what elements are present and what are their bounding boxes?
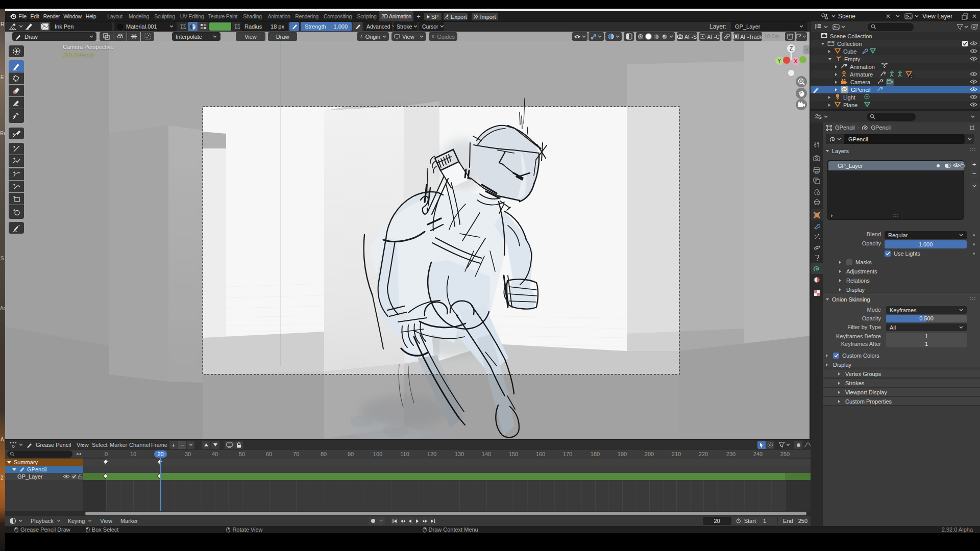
svg-text:Z: Z [790, 45, 793, 52]
svg-text:Y: Y [777, 58, 781, 64]
svg-text:X: X [794, 58, 798, 64]
